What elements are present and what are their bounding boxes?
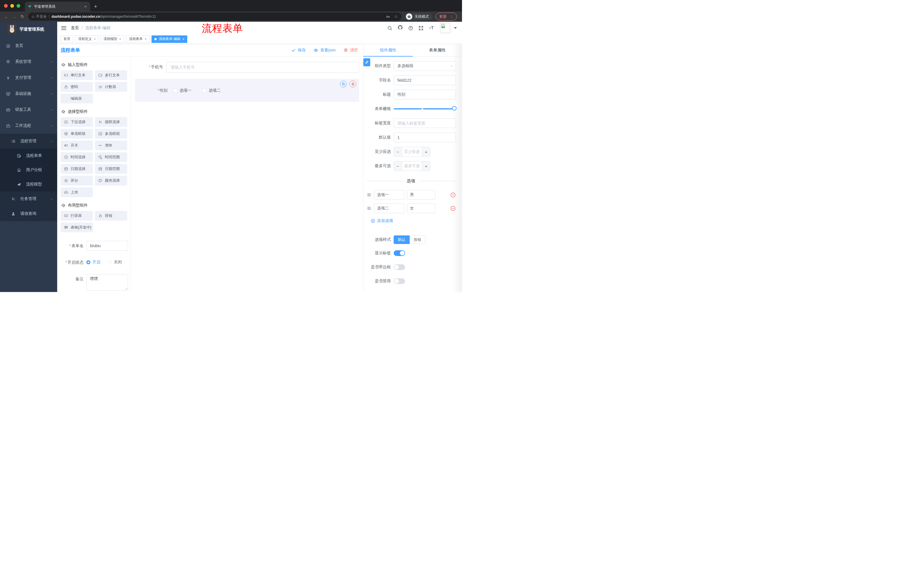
maximize-window-button[interactable] (16, 4, 20, 8)
update-button[interactable]: 更新 ⋮ (436, 13, 457, 21)
sidebar-item-task-mgmt[interactable]: 任务管理 (0, 191, 57, 206)
tag-process-definition[interactable]: 流程定义× (75, 35, 99, 43)
minus-button[interactable]: − (394, 147, 402, 156)
component-item-table[interactable]: 表格[开发中] (61, 222, 93, 232)
sidebar-item-infra[interactable]: 基础设施 (0, 86, 57, 102)
browser-menu-icon[interactable]: ⋮ (450, 15, 454, 19)
remove-option-button[interactable] (450, 192, 456, 198)
bookmark-star-icon[interactable]: ☆ (394, 14, 398, 19)
tag-home[interactable]: 首页 (61, 35, 73, 43)
search-icon[interactable] (388, 26, 392, 31)
close-window-button[interactable] (4, 4, 8, 8)
label-width-input[interactable] (394, 118, 456, 128)
component-item-time-picker[interactable]: 时间选择 (61, 152, 93, 162)
component-item-textarea[interactable]: 多行文本 (95, 70, 127, 80)
tab-close-icon[interactable]: × (84, 4, 87, 9)
collapse-sidebar-icon[interactable] (61, 26, 66, 30)
disabled-toggle[interactable] (394, 278, 405, 284)
form-canvas[interactable]: *手机号 (131, 57, 363, 292)
plus-button[interactable]: + (422, 161, 430, 171)
reload-button[interactable]: ↻ (18, 14, 26, 19)
tag-process-form[interactable]: 流程表单× (126, 35, 150, 43)
github-icon[interactable] (398, 25, 403, 31)
show-label-toggle[interactable] (394, 250, 405, 256)
component-type-select[interactable] (394, 61, 456, 71)
sidebar-item-leave-query[interactable]: 请假查询 (0, 206, 57, 221)
tab-form-props[interactable]: 表单属性 (413, 44, 462, 56)
title-input[interactable] (394, 90, 456, 99)
copy-component-button[interactable] (340, 81, 347, 87)
fullscreen-icon[interactable] (419, 26, 423, 31)
plus-button[interactable]: + (422, 147, 430, 156)
browser-tab[interactable]: 芋道管理系统 × (25, 2, 90, 12)
component-item-radio-group[interactable]: 单选框组 (61, 129, 93, 138)
tag-process-form-edit[interactable]: 流程表单-编辑× (152, 35, 187, 43)
new-tab-button[interactable]: + (90, 3, 101, 10)
clear-button[interactable]: 清空 (344, 48, 358, 53)
sidebar-item-process-model[interactable]: 流程模型 (0, 177, 57, 191)
component-item-upload[interactable]: 上传 (61, 188, 93, 197)
save-button[interactable]: 保存 (291, 48, 305, 53)
max-select-value[interactable]: 最多可选 (402, 161, 422, 171)
component-item-slider[interactable]: 滑块 (95, 141, 127, 150)
sidebar-item-user-group[interactable]: 用户分组 (0, 163, 57, 177)
add-option-button[interactable]: 添加选项 (371, 218, 456, 224)
component-item-rate[interactable]: 评分 (61, 176, 93, 186)
field-name-input[interactable] (394, 76, 456, 85)
sidebar-item-system[interactable]: ⚙ 系统管理 (0, 54, 57, 70)
tag-close-icon[interactable]: × (94, 37, 96, 41)
tag-close-icon[interactable]: × (119, 37, 121, 41)
component-item-select[interactable]: 下拉选择 (61, 117, 93, 127)
sidebar-item-workflow[interactable]: 工作流程 (0, 118, 57, 134)
link-toggle-button[interactable] (363, 58, 370, 66)
sidebar-logo[interactable]: 芋道管理系统 (0, 22, 57, 36)
slider-handle[interactable] (452, 106, 457, 110)
component-item-date-range[interactable]: 日期范围 (95, 164, 127, 174)
option-name-input[interactable] (374, 204, 404, 213)
canvas-field-gender-selected[interactable]: *性别 选项一 选项二 (135, 79, 359, 102)
component-item-password[interactable]: 密码 (61, 82, 93, 92)
password-key-icon[interactable] (386, 15, 390, 19)
sidebar-item-process-form[interactable]: 流程表单 (0, 148, 57, 163)
delete-component-button[interactable] (349, 81, 356, 87)
view-json-button[interactable]: 查看json (314, 48, 336, 53)
sidebar-item-payment[interactable]: ¥ 支付管理 (0, 70, 57, 86)
remark-textarea[interactable]: 嘿嘿 (86, 274, 128, 291)
tag-close-icon[interactable]: × (145, 37, 147, 41)
sidebar-item-process-mgmt[interactable]: 流程管理 (0, 134, 57, 148)
user-menu-caret-icon[interactable] (454, 27, 457, 29)
gender-checkbox-option2[interactable]: 选项二 (202, 88, 221, 93)
drag-handle-icon[interactable] (367, 192, 371, 197)
breadcrumb-home[interactable]: 首页 (71, 25, 79, 31)
component-item-switch[interactable]: 开关 (61, 141, 93, 150)
remove-option-button[interactable] (450, 206, 456, 211)
default-value-input[interactable] (394, 133, 456, 142)
component-item-button[interactable]: 按钮 (95, 211, 127, 220)
style-button-button[interactable]: 按钮 (410, 235, 426, 244)
component-item-editor[interactable]: 编辑器 (61, 94, 93, 104)
min-select-value[interactable]: 至少应选 (402, 147, 422, 156)
font-size-icon[interactable]: TT (429, 25, 434, 31)
component-item-row-container[interactable]: 行容器 (61, 211, 93, 220)
sidebar-item-devtools[interactable]: 研发工具 (0, 102, 57, 118)
style-default-button[interactable]: 默认 (394, 235, 410, 244)
status-radio-closed[interactable]: 关闭 (108, 260, 122, 265)
tag-close-icon[interactable]: × (182, 37, 185, 41)
grid-slider[interactable] (394, 104, 456, 114)
drag-handle-icon[interactable] (367, 206, 371, 211)
component-item-text-input[interactable]: 单行文本 (61, 70, 93, 80)
phone-input[interactable] (167, 62, 359, 72)
component-item-time-range[interactable]: 时间范围 (95, 152, 127, 162)
tag-process-model[interactable]: 流程模型× (101, 35, 124, 43)
option-name-input[interactable] (374, 190, 404, 200)
forward-button[interactable]: → (10, 14, 18, 19)
tab-component-props[interactable]: 组件属性 (363, 44, 413, 56)
component-item-color-picker[interactable]: 颜色选择 (95, 176, 127, 186)
form-name-input[interactable] (86, 241, 128, 250)
option-value-input[interactable] (407, 190, 436, 200)
address-bar[interactable]: ⚠ 不安全 dashboard.yudao.iocoder.cn/bpm/man… (28, 13, 401, 21)
minus-button[interactable]: − (394, 161, 402, 171)
canvas-field-phone[interactable]: *手机号 (135, 62, 359, 72)
component-item-cascader[interactable]: 级联选择 (95, 117, 127, 127)
status-radio-open[interactable]: 开启 (86, 260, 101, 265)
